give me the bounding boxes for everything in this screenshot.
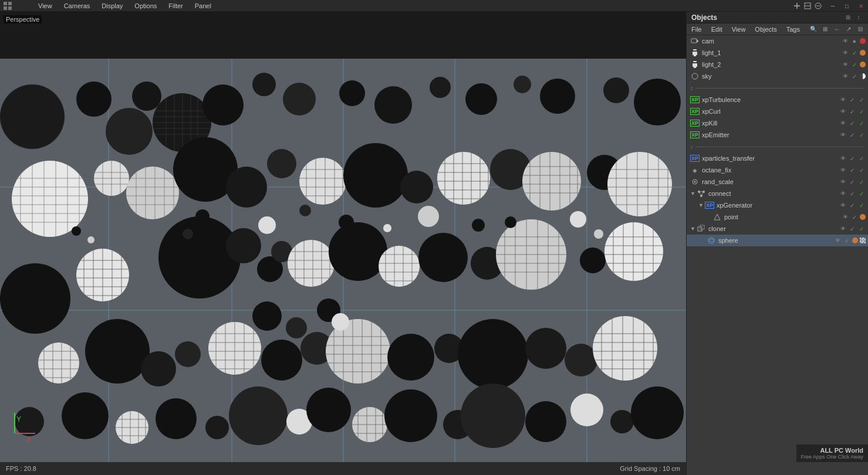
xpkill-check2[interactable]: ✓: [857, 119, 866, 127]
octanefix-vis[interactable]: 👁: [839, 166, 847, 174]
light1-controls: 👁 ✓: [841, 49, 868, 57]
menu-options[interactable]: Options: [129, 0, 163, 12]
octanefix-check1[interactable]: ✓: [848, 166, 856, 174]
obj-row-cam[interactable]: cam 👁 ■: [687, 35, 868, 47]
panel-icon-1[interactable]: ⊞: [843, 13, 853, 22]
menu-view[interactable]: View: [32, 0, 58, 12]
omenu-tags[interactable]: Tags: [782, 23, 805, 35]
omenu-view[interactable]: View: [727, 23, 751, 35]
svg-point-132: [0, 263, 70, 334]
obj-row-cloner[interactable]: ▼ cloner 👁 ✓ ✓: [687, 223, 868, 235]
menu-panel[interactable]: Panel: [189, 0, 217, 12]
svg-text:X: X: [26, 436, 31, 444]
svg-point-270: [229, 386, 288, 445]
sphere-vis[interactable]: 👁: [833, 236, 842, 245]
octanefix-check2[interactable]: ✓: [857, 166, 866, 174]
xpemitter-check2[interactable]: ✓: [857, 131, 866, 139]
obj-row-connect[interactable]: ▼ connect 👁 ✓ ✓: [687, 188, 868, 199]
maximize-button[interactable]: □: [840, 0, 854, 12]
xpemitter-check1[interactable]: ✓: [848, 131, 856, 139]
obj-row-randscale[interactable]: rand_scale 👁 ✓ ✓: [687, 176, 868, 188]
connect-vis[interactable]: 👁: [839, 189, 847, 198]
point-vis[interactable]: 👁: [841, 213, 849, 221]
xptransfer-check1[interactable]: ✓: [848, 154, 856, 162]
obj-row-light1[interactable]: light_1 👁 ✓: [687, 47, 868, 59]
svg-rect-317: [694, 67, 696, 68]
obj-xpturbulence-name: xpTurbulence: [702, 96, 839, 103]
point-check[interactable]: ✓: [850, 213, 859, 221]
obj-filter-icon[interactable]: ⊞: [820, 24, 830, 35]
xpemitter-vis[interactable]: 👁: [839, 131, 847, 139]
cloner-vis[interactable]: 👁: [839, 225, 847, 233]
obj-row-point[interactable]: point 👁 ✓: [687, 211, 868, 223]
xpkill-check1[interactable]: ✓: [848, 119, 856, 127]
light1-check[interactable]: ✓: [850, 49, 859, 57]
xpturbulence-vis[interactable]: 👁: [839, 96, 847, 104]
menu-cameras[interactable]: Cameras: [58, 0, 96, 12]
xpcurl-check2[interactable]: ✓: [857, 107, 866, 116]
obj-row-xpkill[interactable]: XP xpKill 👁 ✓ ✓: [687, 117, 868, 129]
obj-row-xpemitter[interactable]: XP xpEmitter 👁 ✓ ✓: [687, 129, 868, 141]
obj-search-icon[interactable]: 🔍: [808, 24, 819, 35]
obj-row-light2[interactable]: light_2 👁 ✓: [687, 59, 868, 70]
obj-row-xpgenerator[interactable]: ▼ XP xpGenerator 👁 ✓ ✓: [687, 199, 868, 211]
xpturbulence-check1[interactable]: ✓: [848, 96, 856, 104]
connect-expand-icon[interactable]: ▼: [690, 191, 695, 196]
obj-row-xpturbulence[interactable]: XP xpTurbulence 👁 ✓ ✓: [687, 94, 868, 106]
obj-row-octanefix[interactable]: ◈ octane_fix 👁 ✓ ✓: [687, 164, 868, 176]
obj-expand-icon[interactable]: ↗: [843, 24, 854, 35]
light2-check[interactable]: ✓: [850, 60, 859, 69]
omenu-file[interactable]: File: [687, 23, 707, 35]
light1-vis-icon[interactable]: 👁: [841, 49, 849, 57]
obj-settings-icon[interactable]: ⊟: [855, 24, 866, 35]
sphere-checker-dot[interactable]: [860, 238, 866, 243]
light2-vis-icon[interactable]: 👁: [841, 60, 849, 69]
sky-check[interactable]: ✓: [850, 72, 859, 80]
cloner-check2[interactable]: ✓: [857, 225, 866, 233]
omenu-edit[interactable]: Edit: [707, 23, 727, 35]
obj-xpgenerator-name: xpGenerator: [717, 202, 839, 209]
xpgenerator-check1[interactable]: ✓: [848, 201, 856, 209]
light1-color-dot[interactable]: [860, 50, 866, 56]
cloner-expand-icon[interactable]: ▼: [690, 226, 695, 232]
point-color-dot[interactable]: [860, 214, 866, 220]
svg-point-331: [708, 239, 714, 242]
randscale-check2[interactable]: ✓: [857, 178, 866, 186]
minimize-button[interactable]: ─: [826, 0, 840, 12]
xpkill-vis[interactable]: 👁: [839, 119, 847, 127]
xpturbulence-check2[interactable]: ✓: [857, 96, 866, 104]
close-button[interactable]: ✕: [854, 0, 868, 12]
omenu-objects[interactable]: Objects: [750, 23, 781, 35]
xptransfer-vis[interactable]: 👁: [839, 154, 847, 162]
connect-check1[interactable]: ✓: [848, 189, 856, 198]
menu-filter[interactable]: Filter: [163, 0, 188, 12]
light2-color-dot[interactable]: [860, 62, 866, 67]
obj-row-sphere[interactable]: sphere 👁 ✓: [687, 235, 868, 246]
cam-vis-icon[interactable]: 👁: [841, 37, 849, 45]
obj-row-sky[interactable]: sky 👁 ✓: [687, 70, 868, 82]
xpcurl-vis[interactable]: 👁: [839, 107, 847, 116]
obj-row-xpcurl[interactable]: XP xpCurl 👁 ✓ ✓: [687, 106, 868, 117]
svg-line-326: [701, 192, 704, 196]
sky-vis-icon[interactable]: 👁: [841, 72, 849, 80]
cam-check1[interactable]: ■: [850, 37, 859, 45]
xpgenerator-check2[interactable]: ✓: [857, 201, 866, 209]
sky-color-dot[interactable]: [860, 73, 866, 79]
obj-close-icon[interactable]: ←: [832, 24, 842, 35]
cloner-check1[interactable]: ✓: [848, 225, 856, 233]
randscale-check1[interactable]: ✓: [848, 178, 856, 186]
menu-display[interactable]: Display: [96, 0, 129, 12]
obj-row-xptransfer[interactable]: XP xparticles_transfer 👁 ✓ ✓: [687, 152, 868, 164]
sphere-orange-dot[interactable]: [852, 238, 858, 243]
xpemitter-icon: XP: [690, 130, 700, 140]
cam-color-dot[interactable]: [860, 38, 866, 44]
connect-check2[interactable]: ✓: [857, 189, 866, 198]
viewport[interactable]: Perspective: [0, 12, 686, 475]
sphere-check1[interactable]: ✓: [843, 236, 851, 245]
xpgenerator-vis[interactable]: 👁: [839, 201, 847, 209]
xpcurl-check1[interactable]: ✓: [848, 107, 856, 116]
xpgenerator-expand-icon[interactable]: ▼: [698, 202, 704, 208]
xptransfer-check2[interactable]: ✓: [857, 154, 866, 162]
randscale-vis[interactable]: 👁: [839, 178, 847, 186]
panel-icon-2[interactable]: ↕: [854, 13, 863, 22]
